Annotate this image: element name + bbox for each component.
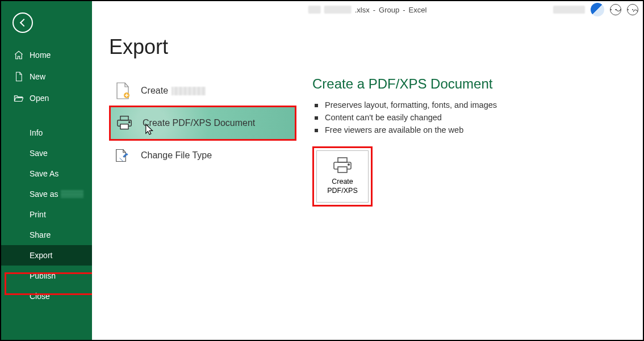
printer-icon — [116, 115, 132, 131]
svg-rect-7 — [338, 167, 347, 172]
change-file-type-icon — [115, 148, 131, 163]
redacted-text — [61, 190, 83, 198]
title-app: Excel — [409, 6, 427, 14]
sidebar-item-save-as[interactable]: Save As — [1, 163, 92, 184]
redacted-icon — [308, 6, 321, 14]
arrow-left-icon — [19, 19, 27, 27]
redacted-username — [553, 6, 585, 14]
svg-point-8 — [348, 164, 350, 166]
sidebar-label: Info — [30, 128, 43, 137]
option-change-file-type[interactable]: Change File Type — [109, 143, 296, 168]
option-label: Create — [141, 86, 168, 96]
feedback-frown-icon[interactable] — [627, 4, 638, 15]
title-group: Group — [379, 6, 399, 14]
export-options-list: Create Create PDF/XPS Document Change Fi… — [109, 76, 296, 207]
bullet-item: Preserves layout, formatting, fonts, and… — [312, 99, 497, 111]
sidebar-item-publish[interactable]: Publish — [1, 266, 92, 286]
new-file-icon — [14, 71, 24, 82]
svg-rect-5 — [338, 158, 347, 162]
document-icon — [115, 83, 131, 99]
sidebar-item-close[interactable]: Close — [1, 286, 92, 306]
sidebar-label: Close — [30, 292, 50, 301]
bullet-item: Free viewers are available on the web — [312, 124, 497, 136]
folder-open-icon — [14, 93, 24, 103]
button-text: Create PDF/XPS — [327, 178, 358, 195]
svg-point-4 — [129, 121, 130, 123]
option-create[interactable]: Create — [109, 78, 296, 103]
sidebar-item-info[interactable]: Info — [1, 123, 92, 143]
title-center: .xlsx - Group - Excel — [308, 6, 427, 14]
option-label: Change File Type — [141, 150, 212, 161]
detail-title: Create a PDF/XPS Document — [312, 76, 497, 92]
sidebar-label: New — [30, 72, 45, 81]
sidebar-label: Print — [30, 210, 46, 219]
detail-bullets: Preserves layout, formatting, fonts, and… — [312, 99, 497, 136]
user-avatar[interactable] — [591, 3, 604, 16]
sidebar-label: Save As — [30, 169, 58, 178]
filename-suffix: .xlsx — [355, 6, 370, 14]
sidebar-item-home[interactable]: Home — [1, 44, 92, 66]
sidebar-label: Share — [30, 230, 51, 239]
sidebar-item-new[interactable]: New — [1, 66, 92, 87]
option-label: Create PDF/XPS Document — [143, 118, 255, 128]
sidebar-label: Save — [30, 149, 48, 158]
separator: - — [373, 6, 375, 14]
sidebar-label: Publish — [30, 271, 56, 280]
svg-rect-3 — [120, 124, 128, 129]
sidebar-label: Open — [30, 94, 49, 103]
sidebar-item-open[interactable]: Open — [1, 87, 92, 109]
feedback-smile-icon[interactable] — [610, 4, 621, 15]
bullet-item: Content can't be easily changed — [312, 111, 497, 124]
create-pdf-xps-button[interactable]: Create PDF/XPS — [316, 150, 369, 203]
sidebar-item-print[interactable]: Print — [1, 204, 92, 225]
sidebar-item-export[interactable]: Export — [1, 245, 92, 266]
redacted-text — [172, 87, 206, 95]
sidebar-label: Home — [30, 50, 51, 60]
redacted-filename — [324, 6, 352, 14]
svg-rect-1 — [120, 116, 128, 120]
page-title: Export — [109, 35, 643, 59]
back-button[interactable] — [12, 12, 33, 33]
export-detail-panel: Create a PDF/XPS Document Preserves layo… — [312, 76, 497, 207]
sidebar-item-save-as-2[interactable]: Save as — [1, 184, 92, 204]
sidebar-item-save[interactable]: Save — [1, 143, 92, 163]
sidebar-label: Export — [30, 251, 52, 260]
option-create-pdf-xps[interactable]: Create PDF/XPS Document — [109, 106, 296, 141]
backstage-sidebar: Home New Open Info Save Save As Save as … — [1, 1, 92, 340]
separator: - — [403, 6, 405, 14]
annotation-highlight-create-button: Create PDF/XPS — [312, 146, 373, 207]
home-icon — [14, 50, 24, 60]
sidebar-label: Save as — [30, 190, 58, 199]
printer-icon — [333, 157, 352, 174]
sidebar-item-share[interactable]: Share — [1, 225, 92, 245]
main-panel: .xlsx - Group - Excel Export Create — [92, 1, 643, 340]
window-titlebar: .xlsx - Group - Excel — [92, 1, 643, 18]
